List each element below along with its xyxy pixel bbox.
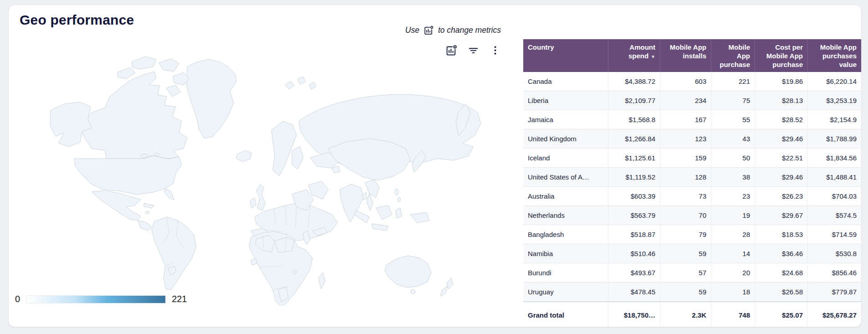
table-row[interactable]: United Kingdom$1,266.8412343$29.46$1,788…: [523, 129, 861, 149]
table-row[interactable]: Iceland$1,125.6115950$22.51$1,834.56: [523, 149, 861, 168]
value-cell: 18: [711, 283, 755, 301]
value-cell: $603.39: [608, 187, 660, 206]
value-cell: $24.68: [755, 263, 807, 282]
map-region-madagascar: [318, 272, 325, 289]
value-cell: $36.46: [755, 244, 807, 263]
value-cell: $1,488.41: [807, 168, 861, 186]
map-region-central-america: [138, 221, 152, 231]
map-region-canada[interactable]: [80, 72, 187, 159]
country-cell: Uruguay: [523, 283, 608, 301]
value-cell: $478.45: [608, 283, 660, 301]
map-region-philippines: [395, 189, 401, 202]
country-cell: Netherlands: [523, 206, 608, 225]
value-cell: $574.5: [807, 206, 861, 225]
value-cell: $714.59: [807, 225, 861, 244]
value-cell: 73: [660, 187, 711, 206]
table-row[interactable]: Liberia$2,109.7723475$28.13$3,253.19: [523, 91, 861, 110]
country-cell: Burundi: [523, 263, 608, 282]
value-cell: $704.03: [807, 187, 861, 206]
column-header[interactable]: Country: [523, 39, 608, 72]
table-row[interactable]: Namibia$510.465914$36.46$530.8: [523, 244, 861, 263]
chart-settings-icon: [424, 25, 434, 36]
value-cell: $28.13: [755, 91, 807, 110]
value-cell: $2,154.9: [807, 110, 861, 129]
legend-min: 0: [15, 294, 20, 304]
map-region-indochina: [365, 180, 379, 198]
value-cell: $530.8: [807, 244, 861, 263]
table-row[interactable]: Netherlands$563.797019$29.67$574.5: [523, 206, 861, 225]
value-cell: 23: [711, 187, 755, 206]
table-row[interactable]: United States of A…$1,119.5212838$29.46$…: [523, 168, 861, 187]
country-cell: Bangladesh: [523, 225, 608, 244]
dashboard-canvas: Geo performance Use: [0, 0, 868, 334]
map-region-united-kingdom[interactable]: [256, 185, 266, 211]
table-row[interactable]: Uruguay$478.455918$26.58$779.87: [523, 283, 861, 302]
country-cell: Iceland: [523, 149, 608, 167]
map-legend: 0 221: [15, 294, 187, 304]
map-region-burundi[interactable]: [293, 270, 296, 274]
map-region-bangladesh[interactable]: [362, 192, 367, 200]
value-cell: 128: [660, 168, 711, 186]
table-row[interactable]: Canada$4,388.72603221$19.86$6,220.14: [523, 72, 861, 91]
map-region-sumatra: [355, 210, 369, 223]
value-cell: 123: [660, 129, 711, 148]
geo-choropleth-map: [37, 53, 492, 306]
value-cell: $3,253.19: [807, 91, 861, 110]
map-region-greenland: [186, 59, 236, 139]
country-cell: Namibia: [523, 244, 608, 263]
map-region-liberia[interactable]: [251, 258, 257, 265]
value-cell: 2.3K: [660, 302, 711, 327]
map-region-alaska-usa[interactable]: [50, 102, 92, 147]
value-cell: $856.46: [807, 263, 861, 282]
value-cell: $25,678.27: [807, 302, 861, 327]
value-cell: $26.58: [755, 283, 807, 301]
value-cell: $1,119.52: [608, 168, 660, 186]
table-row[interactable]: Jamaica$1,568.816755$28.52$2,154.9: [523, 110, 861, 129]
map-region-new-guinea: [410, 212, 429, 223]
column-header[interactable]: Cost per Mobile App purchase: [755, 39, 807, 72]
value-cell: 221: [711, 72, 755, 91]
value-cell: $1,788.99: [807, 129, 861, 148]
value-cell: $18.53: [755, 225, 807, 244]
value-cell: $28.52: [755, 110, 807, 129]
country-cell: United States of A…: [523, 168, 608, 186]
page-title: Geo performance: [20, 12, 134, 28]
map-region-south-america[interactable]: [152, 217, 196, 290]
map-region-florida: [164, 189, 174, 200]
country-cell: Liberia: [523, 91, 608, 110]
map-region-sulawesi: [396, 208, 402, 218]
map-region-jamaica[interactable]: [145, 211, 150, 214]
value-cell: $18,750…: [608, 302, 660, 327]
value-cell: 748: [711, 302, 755, 327]
column-header[interactable]: Mobile App purchase: [711, 39, 755, 72]
legend-max: 221: [172, 294, 187, 304]
column-header[interactable]: Mobile App installs: [660, 39, 711, 72]
value-cell: 43: [711, 129, 755, 148]
legend-gradient: [26, 295, 166, 303]
map-region-new-zealand: [440, 278, 453, 296]
map-region-mexico[interactable]: [92, 190, 141, 221]
map-region-iceland[interactable]: [236, 150, 252, 162]
country-cell: Jamaica: [523, 110, 608, 129]
value-cell: 234: [660, 91, 711, 110]
value-cell: 75: [711, 91, 755, 110]
column-header[interactable]: Mobile App purchases value: [807, 39, 861, 72]
table-row[interactable]: Burundi$493.675720$24.68$856.46: [523, 263, 861, 283]
column-header[interactable]: Amount spend▼: [608, 39, 660, 72]
hint-suffix: to change metrics: [438, 26, 501, 35]
table-body: Canada$4,388.72603221$19.86$6,220.14Libe…: [523, 72, 861, 302]
country-cell: Australia: [523, 187, 608, 206]
hint-prefix: Use: [405, 26, 419, 35]
table-row[interactable]: Australia$603.397323$26.23$704.03: [523, 187, 861, 206]
map-region-scandinavia: [271, 121, 296, 176]
table-row[interactable]: Grand total$18,750…2.3K748$25.07$25,678.…: [523, 302, 861, 327]
map-region-australia[interactable]: [385, 256, 431, 288]
value-cell: $493.67: [608, 263, 660, 282]
map-region-ireland: [250, 198, 256, 208]
country-cell: Grand total: [523, 302, 608, 327]
table-row[interactable]: Bangladesh$518.877928$18.53$714.59: [523, 225, 861, 244]
map-region-libya-egypt: [275, 237, 294, 252]
value-cell: $779.87: [807, 283, 861, 301]
value-cell: $6,220.14: [807, 72, 861, 91]
value-cell: 59: [660, 244, 711, 263]
